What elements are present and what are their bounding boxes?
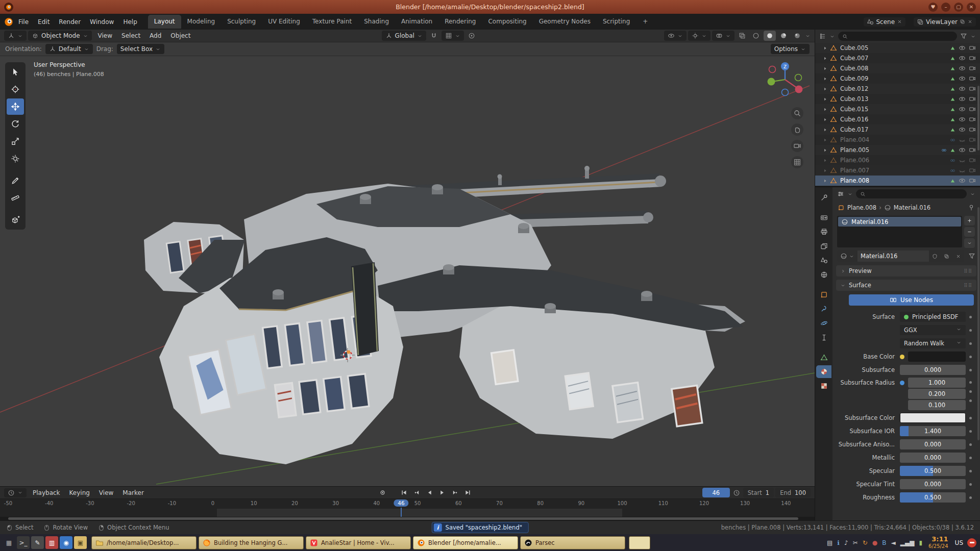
- animate-decorator-dot[interactable]: [969, 496, 972, 499]
- new-material-button[interactable]: [941, 251, 952, 262]
- slider-metallic[interactable]: 0.000: [900, 453, 966, 463]
- zoom-icon[interactable]: [791, 107, 803, 119]
- tool-add-cube[interactable]: [7, 212, 24, 228]
- vector-field-subsurface-radius[interactable]: 0.100: [908, 400, 966, 410]
- outliner-row-cube-008[interactable]: Cube.008: [815, 63, 980, 73]
- outliner-row-plane-005[interactable]: Plane.005: [815, 145, 980, 155]
- properties-tab-render[interactable]: [816, 211, 831, 224]
- launcher-files-icon[interactable]: ▣: [74, 536, 87, 549]
- scene-selector[interactable]: Scene: [864, 17, 905, 27]
- expand-icon[interactable]: [822, 76, 828, 82]
- navigation-gizmo[interactable]: Z: [764, 57, 804, 98]
- disable-in-renders-icon[interactable]: [969, 106, 976, 113]
- color-swatch-base-color[interactable]: [908, 352, 966, 362]
- workspace-tab-modeling[interactable]: Modeling: [181, 15, 222, 29]
- remove-viewlayer-icon[interactable]: [967, 19, 973, 24]
- tool-measure[interactable]: [7, 190, 24, 206]
- workspace-tab-shading[interactable]: Shading: [358, 15, 395, 29]
- launcher-browser-icon[interactable]: ◉: [60, 536, 72, 549]
- material-slot-list[interactable]: Material.016: [837, 216, 962, 247]
- auto-keying-button[interactable]: [377, 488, 388, 497]
- animate-decorator-dot[interactable]: [969, 417, 972, 419]
- browse-material-button[interactable]: [837, 251, 857, 262]
- blender-logo-icon[interactable]: [4, 17, 13, 27]
- hide-in-viewport-icon[interactable]: [959, 44, 966, 52]
- outliner-row-cube-005[interactable]: Cube.005: [815, 43, 980, 53]
- viewport-menu-select[interactable]: Select: [117, 30, 145, 41]
- filter-icon[interactable]: [960, 33, 967, 40]
- 3d-viewport[interactable]: User Perspective (46) benches | Plane.00…: [0, 56, 815, 486]
- hide-in-viewport-icon[interactable]: [959, 85, 966, 92]
- timeline-ruler[interactable]: -50-40-30-20-100102030405060708090100110…: [0, 499, 815, 520]
- timeline-menu-playback[interactable]: Playback: [28, 487, 65, 498]
- animate-decorator-dot[interactable]: [969, 342, 972, 345]
- animate-decorator-dot[interactable]: [969, 470, 972, 472]
- expand-icon[interactable]: [822, 66, 828, 71]
- keep-above-button[interactable]: ♥: [928, 3, 938, 12]
- breadcrumb-material[interactable]: Material.016: [894, 204, 930, 211]
- disable-in-renders-icon[interactable]: [969, 95, 976, 103]
- workspace-tab-uv-editing[interactable]: UV Editing: [262, 15, 306, 29]
- tray-files-icon[interactable]: ▤: [827, 540, 832, 546]
- slider-subsurface[interactable]: 0.000: [900, 365, 966, 375]
- hide-in-viewport-icon[interactable]: [959, 136, 966, 143]
- proportional-edit-toggle[interactable]: [465, 31, 478, 41]
- previous-keyframe-button[interactable]: [411, 488, 423, 497]
- menu-render[interactable]: Render: [54, 16, 85, 28]
- expand-icon[interactable]: [822, 107, 828, 112]
- minimize-button[interactable]: –: [941, 3, 950, 12]
- animate-decorator-dot[interactable]: [969, 329, 972, 332]
- expand-icon[interactable]: [822, 158, 828, 163]
- playhead[interactable]: [401, 508, 402, 517]
- taskbar-window-vivaldi[interactable]: AnalieStar | Home - Viv...: [306, 536, 411, 549]
- launcher-system-monitor-icon[interactable]: ▥: [45, 536, 58, 549]
- drag-dropdown[interactable]: Select Box: [117, 44, 164, 54]
- workspace-tab-layout[interactable]: Layout: [148, 15, 181, 29]
- viewlayer-selector[interactable]: ViewLayer: [914, 17, 976, 27]
- use-nodes-button[interactable]: Use Nodes: [849, 294, 974, 306]
- add-workspace-button[interactable]: +: [636, 15, 654, 29]
- properties-tab-world[interactable]: [816, 268, 831, 281]
- workspace-tab-rendering[interactable]: Rendering: [438, 15, 482, 29]
- tray-media-icon[interactable]: ♪: [844, 540, 848, 546]
- shading-material-button[interactable]: [777, 31, 790, 41]
- snap-toggle[interactable]: [428, 31, 440, 41]
- taskbar-window-firefox[interactable]: Building the Hanging G...: [199, 536, 304, 549]
- outliner-row-cube-012[interactable]: Cube.012: [815, 84, 980, 94]
- surface-panel-header[interactable]: Surface ⠿⠿: [836, 280, 976, 291]
- tool-rotate[interactable]: [7, 116, 24, 132]
- expand-icon[interactable]: [822, 86, 828, 92]
- tray-battery-icon[interactable]: ▮: [919, 540, 922, 546]
- shading-rendered-button[interactable]: [791, 31, 803, 41]
- properties-tab-physics[interactable]: [816, 317, 831, 330]
- hide-in-viewport-icon[interactable]: [959, 116, 966, 123]
- menu-file[interactable]: File: [14, 16, 33, 28]
- outliner-row-plane-006[interactable]: Plane.006: [815, 155, 980, 165]
- filter-icon[interactable]: [968, 253, 975, 260]
- close-button[interactable]: ✕: [967, 3, 976, 12]
- shader-select-principled-bsdf[interactable]: Principled BSDF: [900, 312, 966, 322]
- keyboard-layout-indicator[interactable]: US: [955, 539, 963, 546]
- maximize-button[interactable]: ▢: [954, 3, 963, 12]
- chevron-down-icon[interactable]: [970, 191, 975, 197]
- taskbar-window-parsec[interactable]: Parsec: [520, 536, 625, 549]
- menu-edit[interactable]: Edit: [33, 16, 54, 28]
- animate-decorator-dot[interactable]: [969, 443, 972, 446]
- outliner-row-cube-009[interactable]: Cube.009: [815, 73, 980, 84]
- viewport-menu-add[interactable]: Add: [145, 30, 166, 41]
- tool-move[interactable]: [7, 98, 24, 115]
- properties-search-input[interactable]: [856, 189, 967, 198]
- window-titlebar[interactable]: Blender [/home/amalie/Desktop/blender/sp…: [0, 0, 980, 14]
- timeline-scrollbar[interactable]: [0, 517, 815, 520]
- playhead-frame-label[interactable]: 46: [394, 499, 408, 507]
- hide-in-viewport-icon[interactable]: [959, 95, 966, 103]
- slider-subsurface-aniso[interactable]: 0.000: [900, 439, 966, 449]
- menu-window[interactable]: Window: [85, 16, 118, 28]
- options-dropdown[interactable]: Options: [771, 44, 810, 54]
- shading-wireframe-button[interactable]: [750, 31, 762, 41]
- properties-tab-modifiers[interactable]: [816, 303, 831, 315]
- tray-bluetooth-icon[interactable]: B: [882, 540, 886, 546]
- animate-decorator-dot[interactable]: [969, 483, 972, 486]
- workspace-tab-sculpting[interactable]: Sculpting: [221, 15, 262, 29]
- tool-annotate[interactable]: [7, 172, 24, 189]
